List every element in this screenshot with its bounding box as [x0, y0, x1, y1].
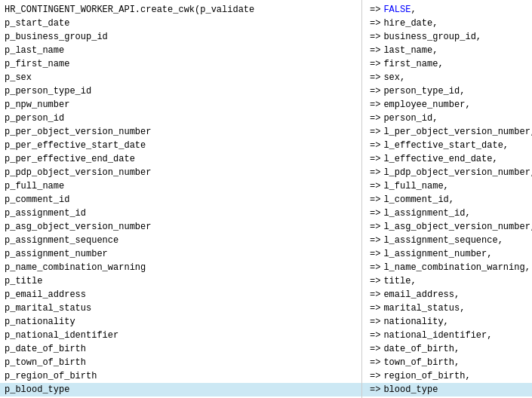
- arrow-0: =>: [370, 18, 380, 29]
- left-pane: HR_CONTINGENT_WORKER_API.create_cwk(p_va…: [0, 0, 362, 398]
- code-row-right-11: => l_pdp_object_version_number,: [362, 166, 532, 179]
- code-value-15: l_asg_object_version_number,: [383, 222, 532, 232]
- arrow-21: =>: [370, 303, 380, 314]
- arrow-25: =>: [370, 357, 380, 368]
- code-row-left-24: p_date_of_birth: [0, 342, 361, 356]
- code-value-16: l_assignment_sequence,: [383, 235, 503, 246]
- code-row-left-23: p_national_identifier: [0, 329, 361, 342]
- code-param-21: p_marital_status: [5, 303, 91, 314]
- code-param-4: p_sex: [5, 72, 32, 83]
- code-param-18: p_name_combination_warning: [5, 262, 146, 273]
- code-value-10: l_effective_end_date,: [383, 154, 497, 164]
- code-value-8: l_per_object_version_number,: [383, 127, 532, 137]
- code-param-5: p_person_type_id: [5, 86, 91, 96]
- right-pane: => FALSE, => hire_date,=> business_group…: [362, 0, 532, 398]
- code-row-left-17: p_assignment_number: [0, 247, 361, 261]
- right-rows: => hire_date,=> business_group_id,=> las…: [362, 17, 532, 396]
- code-value-3: first_name,: [383, 59, 443, 69]
- arrow-24: =>: [370, 344, 380, 354]
- code-row-right-10: => l_effective_end_date,: [362, 152, 532, 166]
- code-value-19: title,: [383, 276, 416, 286]
- code-value-1: business_group_id,: [383, 32, 481, 42]
- code-row-right-27: => blood_type: [362, 383, 532, 396]
- code-row-left-9: p_per_effective_start_date: [0, 139, 361, 152]
- code-row-right-24: => date_of_birth,: [362, 342, 532, 356]
- code-value-12: l_full_name,: [383, 181, 448, 191]
- code-row-left-10: p_per_effective_end_date: [0, 152, 361, 166]
- code-row-left-19: p_title: [0, 274, 361, 288]
- code-row-left-7: p_person_id: [0, 112, 361, 125]
- code-row-right-6: => employee_number,: [362, 98, 532, 112]
- arrow-1: =>: [370, 32, 380, 42]
- code-row-left-18: p_name_combination_warning: [0, 261, 361, 274]
- code-row-right-1: => business_group_id,: [362, 30, 532, 44]
- code-row-right-23: => national_identifier,: [362, 329, 532, 342]
- code-row-right-8: => l_per_object_version_number,: [362, 125, 532, 139]
- code-value-0: hire_date,: [383, 18, 438, 29]
- arrow-5: =>: [370, 86, 380, 96]
- code-row-left-21: p_marital_status: [0, 302, 361, 315]
- code-row-right-5: => person_type_id,: [362, 84, 532, 98]
- code-value-14: l_assignment_id,: [383, 208, 470, 219]
- code-row-right-3: => first_name,: [362, 57, 532, 71]
- code-param-9: p_per_effective_start_date: [5, 140, 146, 151]
- code-row-right-16: => l_assignment_sequence,: [362, 234, 532, 247]
- code-param-24: p_date_of_birth: [5, 344, 86, 354]
- code-param-17: p_assignment_number: [5, 249, 108, 259]
- header-arrow: =>: [370, 5, 380, 15]
- code-row-left-4: p_sex: [0, 71, 361, 84]
- code-row-right-13: => l_comment_id,: [362, 193, 532, 207]
- code-row-right-0: => hire_date,: [362, 17, 532, 30]
- header-right-comma: ,: [411, 5, 416, 15]
- code-row-left-8: p_per_object_version_number: [0, 125, 361, 139]
- code-param-3: p_first_name: [5, 59, 69, 69]
- arrow-7: =>: [370, 113, 380, 124]
- code-value-6: employee_number,: [383, 100, 470, 110]
- arrow-6: =>: [370, 100, 380, 110]
- code-row-left-2: p_last_name: [0, 44, 361, 57]
- code-param-25: p_town_of_birth: [5, 357, 86, 368]
- arrow-8: =>: [370, 127, 380, 137]
- code-row-left-27: p_blood_type: [0, 383, 361, 396]
- code-row-left-20: p_email_address: [0, 288, 361, 302]
- code-param-19: p_title: [5, 276, 42, 286]
- code-value-9: l_effective_start_date,: [383, 140, 509, 151]
- code-param-16: p_assignment_sequence: [5, 235, 118, 246]
- code-row-left-0: p_start_date: [0, 17, 361, 30]
- code-value-25: town_of_birth,: [383, 357, 460, 368]
- code-param-2: p_last_name: [5, 45, 64, 56]
- code-row-left-25: p_town_of_birth: [0, 356, 361, 369]
- arrow-15: =>: [370, 222, 380, 232]
- code-value-5: person_type_id,: [383, 86, 465, 96]
- code-row-right-26: => region_of_birth,: [362, 369, 532, 383]
- arrow-18: =>: [370, 262, 380, 273]
- code-row-right-20: => email_address,: [362, 288, 532, 302]
- header-line: HR_CONTINGENT_WORKER_API.create_cwk(p_va…: [0, 3, 361, 17]
- code-row-right-22: => nationality,: [362, 315, 532, 329]
- arrow-10: =>: [370, 154, 380, 164]
- code-param-27: p_blood_type: [5, 384, 69, 395]
- code-value-20: email_address,: [383, 289, 460, 300]
- arrow-17: =>: [370, 249, 380, 259]
- code-row-right-18: => l_name_combination_warning,: [362, 261, 532, 274]
- code-value-24: date_of_birth,: [383, 344, 460, 354]
- arrow-12: =>: [370, 181, 380, 191]
- code-param-6: p_npw_number: [5, 100, 69, 110]
- code-row-left-14: p_assignment_id: [0, 207, 361, 220]
- arrow-11: =>: [370, 167, 380, 178]
- left-rows: p_start_datep_business_group_idp_last_na…: [0, 17, 361, 396]
- arrow-4: =>: [370, 72, 380, 83]
- arrow-26: =>: [370, 371, 380, 381]
- code-param-13: p_comment_id: [5, 194, 69, 205]
- code-row-right-15: => l_asg_object_version_number,: [362, 220, 532, 234]
- code-row-left-11: p_pdp_object_version_number: [0, 166, 361, 179]
- code-row-left-15: p_asg_object_version_number: [0, 220, 361, 234]
- code-value-21: marital_status,: [383, 303, 465, 314]
- code-param-26: p_region_of_birth: [5, 371, 97, 381]
- arrow-2: =>: [370, 45, 380, 56]
- code-param-0: p_start_date: [5, 18, 69, 29]
- code-param-20: p_email_address: [5, 289, 86, 300]
- code-param-14: p_assignment_id: [5, 208, 86, 219]
- code-value-2: last_name,: [383, 45, 438, 56]
- arrow-23: =>: [370, 330, 380, 341]
